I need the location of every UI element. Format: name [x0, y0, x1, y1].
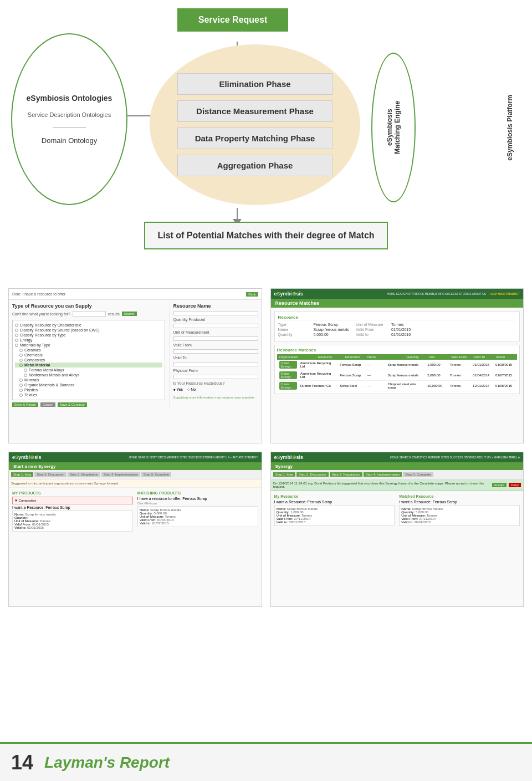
sc3-my-product: MY PRODUCTS — [12, 491, 133, 495]
left-ellipse-domain: Domain Ontology — [42, 136, 97, 145]
screenshots-row-1: Role: I have a resource to offer Back Ty… — [8, 288, 524, 443]
phase-box-distance: Distance Measurement Phase — [177, 100, 332, 122]
sc1-qty-label: Quantity Produced — [173, 318, 258, 321]
sc4-notification: On 12/9/2014 11:34:01 mg: Bond Products … — [271, 479, 524, 491]
sc4-step1: Step 1: Idea — [273, 472, 295, 477]
sc3-match-choose: I have a resource to offer: Ferrous Scra… — [137, 497, 258, 501]
sc3-field-to: Valid to: 01/01/2016 — [14, 526, 131, 529]
sc4-my-choose: I want a Resource: Ferrous Scrap — [274, 500, 395, 504]
screenshot-resource-matches: eSymbi⊕sis HOME SEARCH STATISTICS MEMBER… — [270, 288, 524, 443]
sc1-list-item: Nonferrous Metals and Alloys — [15, 372, 162, 377]
sc2-table-row: Create Synergy Aluminium Recycling Ltd F… — [277, 370, 518, 381]
phase-box-data-property: Data Property Matching Phase — [177, 127, 332, 149]
sc3-step1: Step 1: Idea — [11, 472, 33, 477]
diagram-section: Service Request eSymbiosis Ontologies Se… — [0, 0, 532, 277]
sc1-info-text: Supplying more information may improve y… — [173, 396, 258, 399]
sc4-matched-resource: Matched Resource — [399, 494, 520, 498]
sc1-hazardous-label: Is Your Resource Hazardous? — [173, 381, 258, 385]
sc4-step4: Step 4: Implementation — [364, 472, 402, 477]
sc2-table-row: Create Synergy Aluminium Recycling Ltd F… — [277, 360, 518, 370]
sc1-list-item: Minerals — [15, 377, 162, 382]
sc3-match-to: Valid to: 01/07/2015 — [140, 522, 256, 525]
phase-box-elimination: Elimination Phase — [177, 73, 332, 95]
sc1-back-button[interactable]: Back — [246, 292, 258, 297]
sc3-org-name: Oak Alkhazar — [137, 502, 258, 505]
sc2-nav-add: + ADD YOUR PRODUCT — [488, 292, 520, 295]
sc1-no-radio[interactable]: ○ No — [187, 387, 196, 391]
sc1-search-input[interactable] — [73, 311, 106, 317]
screenshots-section: Role: I have a resource to offer Back Ty… — [0, 277, 532, 626]
sc1-search-button[interactable]: Search — [122, 312, 137, 316]
sc3-title: Start a new Synergy — [13, 464, 55, 469]
sc3-match-product: MATCHING PRODUCTS — [137, 491, 258, 495]
sc4-step5: Step 5: Complete — [403, 472, 433, 477]
sc3-step5: Step 5: Complete — [141, 472, 171, 477]
sc3-step2: Step 2: Discussion — [34, 472, 66, 477]
far-right-platform-text: eSymbiosis Platform — [493, 53, 526, 202]
sc1-list-item: Ceramics — [15, 348, 162, 353]
sc1-list-item: Classify Resource by Source (based on EW… — [15, 328, 162, 333]
sc1-results-label: results — [108, 312, 120, 316]
sc2-table-header: Organization Resource Reference Name Qua… — [277, 354, 518, 360]
sc2-table-row: Create Synergy Rubber Producer Co Scrap … — [277, 381, 518, 391]
sc1-list-item: Plastics — [15, 387, 162, 392]
sc2-logo: eSymbi⊕sis — [274, 291, 304, 297]
sc1-list-item: Materials by Type — [15, 343, 162, 348]
screenshot-new-synergy: eSymbi⊕sis HOME SEARCH STATISTICS MEMBER… — [8, 452, 262, 607]
screenshots-row-2: eSymbi⊕sis HOME SEARCH STATISTICS MEMBER… — [8, 452, 524, 607]
sc1-yes-radio[interactable]: ● Yes — [173, 387, 183, 391]
sc4-my-resource: My Resource — [274, 494, 395, 498]
sc2-nav: HOME SEARCH STATISTICS MEMBER INFO SUCCE… — [387, 292, 486, 295]
sc1-list-item: Composites — [15, 358, 162, 363]
page-number: 14 — [11, 751, 33, 774]
sc1-save-continue[interactable]: Save & Continue — [58, 402, 87, 407]
sc4-title: Synergy — [275, 464, 293, 469]
sc1-list-item: Organic Materials & Biomass — [15, 382, 162, 387]
sc1-role-label: Role: I have a resource to offer — [12, 292, 65, 296]
sc1-valid-from-label: Valid From — [173, 343, 258, 347]
phase-box-aggregation: Aggregation Phase — [177, 155, 332, 176]
sc1-unit-label: Unit of Measurement — [173, 330, 258, 334]
sc3-step4: Step 4: Implementation — [101, 472, 140, 477]
sc1-list-item: Textiles — [15, 392, 162, 397]
sc4-step3: Step 3: Negotiation — [330, 472, 362, 477]
sc1-list-item: Chemicals — [15, 353, 162, 358]
left-ellipse: eSymbiosis Ontologies Service Descriptio… — [11, 33, 127, 205]
sc1-list-item: Classify Resource by Type — [15, 333, 162, 338]
sc4-step2: Step 2: Discussion — [296, 472, 329, 477]
screenshot-synergy-detail: eSymbi⊕sis HOME SEARCH STATISTICS MEMBER… — [270, 452, 524, 607]
sc4-logo: eSymbi⊕sis — [274, 455, 304, 460]
sc2-page-title: Resource Matches — [275, 300, 320, 306]
sc1-save-return[interactable]: Save & Return — [12, 402, 38, 407]
center-phases-ellipse: Elimination Phase Distance Measurement P… — [150, 44, 360, 205]
bottom-bar: 14 Layman's Report — [0, 742, 532, 781]
sc3-choose-label: I want a Resource: Ferrous Scrap — [12, 506, 133, 509]
matching-engine-text: eSymbiosis Matching Engine — [386, 101, 402, 154]
screenshot-supply-form: Role: I have a resource to offer Back Ty… — [8, 288, 262, 443]
sc1-cancel[interactable]: Cancel — [40, 402, 55, 407]
service-request-box: Service Request — [177, 8, 288, 32]
sc4-matched-choose: I want a Resource: Ferrous Scrap — [399, 500, 520, 504]
platform-label: eSymbiosis Platform — [506, 95, 514, 161]
sc4-nav: HOME SEARCH STATISTICS MEMBER SITES SUCC… — [390, 456, 520, 459]
sc1-search-label: Can't find what you're looking for? — [12, 312, 70, 316]
sc1-list-item: Metal Material — [15, 363, 162, 367]
sc3-step3: Step 3: Negotiation — [68, 472, 100, 477]
sc3-dropdown[interactable]: ▼ Composites — [12, 497, 133, 504]
sc1-supply-label: Type of Resource you can Supply — [12, 303, 165, 309]
sc1-list-item: Ferrous Metal Alloys — [15, 367, 162, 372]
sc2-resource-section: Resource — [278, 315, 516, 320]
sc4-accept-btn[interactable]: Accept — [492, 483, 507, 487]
left-ellipse-subtitle: Service Description Ontologies — [28, 111, 111, 119]
sc4-deny-btn[interactable]: Deny — [509, 483, 521, 487]
sc1-list-item: Energy — [15, 338, 162, 343]
sc3-suggest-text: Suggested to this participant organizati… — [9, 479, 262, 488]
sc1-valid-to-label: Valid To — [173, 356, 258, 360]
sc3-nav: HOME SEARCH STATISTICS MEMBER SITES SUCC… — [129, 456, 258, 459]
sc1-list-item: Classify Resource by Characteristic — [15, 323, 162, 328]
sc2-matches-subtitle: Resource Matches — [277, 348, 518, 353]
report-title: Layman's Report — [44, 754, 170, 772]
sc3-logo: eSymbi⊕sis — [12, 455, 42, 460]
right-matching-ellipse: eSymbiosis Matching Engine — [371, 53, 416, 202]
left-ellipse-title: eSymbiosis Ontologies — [27, 94, 112, 103]
